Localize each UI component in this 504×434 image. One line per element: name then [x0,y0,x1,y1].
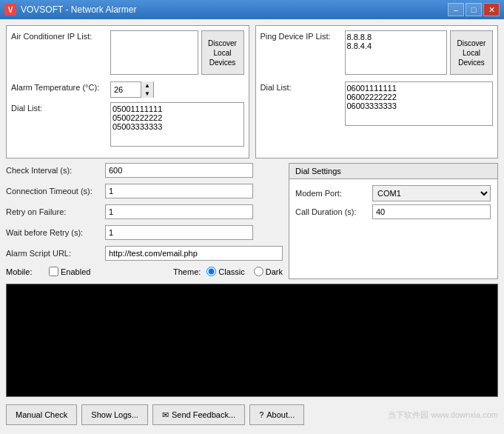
theme-section: Theme: Classic Dark [173,267,283,276]
wait-retry-label: Wait before Retry (s): [6,228,102,237]
left-dial-row: Dial List: 05001111111 05002222222 05003… [11,102,244,149]
title-bar: V VOVSOFT - Network Alarmer – □ ✕ [0,0,504,19]
dial-settings-panel: Dial Settings Modem Port: COM1 COM2 COM3… [289,163,498,279]
check-interval-label: Check Interval (s): [6,166,102,175]
alarm-script-row: Alarm Script URL: [6,246,283,261]
dial-settings-tab-label: Dial Settings [295,167,341,176]
conn-timeout-row: Connection Timeout (s): [6,184,283,198]
title-controls: – □ ✕ [448,3,500,16]
check-interval-input[interactable] [105,163,253,178]
theme-classic-label[interactable]: Classic [206,267,244,276]
theme-dark-label[interactable]: Dark [254,267,283,276]
about-button[interactable]: ? About... [249,404,304,425]
right-dial-label: Dial List: [261,81,342,92]
right-dial-input[interactable]: 06001111111 06002222222 06003333333 [345,81,494,126]
temp-spinner: ▲ ▼ [110,81,154,98]
dial-settings-body: Modem Port: COM1 COM2 COM3 COM4 Call Dur… [289,179,497,228]
manual-check-button[interactable]: Manual Check [6,404,77,425]
app-icon: V [4,4,16,16]
manual-check-label: Manual Check [16,410,67,419]
ip-list-label: Air Conditioner IP List: [11,30,107,41]
ip-list-wrap [110,30,198,77]
theme-classic-text: Classic [218,267,244,276]
theme-dark-radio[interactable] [254,267,263,276]
temp-label: Alarm Temperature (°C): [11,81,107,92]
modem-port-row: Modem Port: COM1 COM2 COM3 COM4 [295,185,491,201]
temp-spinner-btns: ▲ ▼ [141,81,153,98]
call-duration-row: Call Duration (s): [295,204,491,219]
show-logs-label: Show Logs... [91,410,138,419]
theme-label: Theme: [173,267,201,276]
ping-ip-wrap: 8.8.8.8 8.8.4.4 [345,30,448,77]
close-button[interactable]: ✕ [483,3,500,16]
right-panel: Ping Device IP List: 8.8.8.8 8.8.4.4 Dis… [255,25,499,158]
theme-radio-group: Classic Dark [206,267,283,276]
left-dial-label: Dial List: [11,102,107,113]
right-dial-wrap: 06001111111 06002222222 06003333333 [345,81,494,128]
show-logs-button[interactable]: Show Logs... [81,404,148,425]
enabled-checkbox-label[interactable]: Enabled [49,267,90,276]
call-duration-label: Call Duration (s): [295,207,369,216]
ping-ip-label: Ping Device IP List: [261,30,342,41]
retry-row: Retry on Failure: [6,204,283,219]
ping-ip-input[interactable]: 8.8.8.8 8.8.4.4 [345,30,448,75]
left-dial-input[interactable]: 05001111111 05002222222 05003333333 [110,102,244,147]
main-content: Air Conditioner IP List: DiscoverLocalDe… [0,19,504,434]
right-dial-row: Dial List: 06001111111 06002222222 06003… [261,81,494,128]
retry-input[interactable] [105,204,253,219]
conn-timeout-label: Connection Timeout (s): [6,187,102,196]
retry-label: Retry on Failure: [6,207,102,216]
temp-input[interactable] [111,82,141,97]
modem-port-select[interactable]: COM1 COM2 COM3 COM4 [372,185,491,201]
middle-section: Check Interval (s): Connection Timeout (… [6,163,498,279]
enabled-checkbox[interactable] [49,267,58,276]
temp-down-button[interactable]: ▼ [141,90,153,98]
maximize-button[interactable]: □ [466,3,482,16]
temp-up-button[interactable]: ▲ [141,81,153,90]
top-section: Air Conditioner IP List: DiscoverLocalDe… [6,25,498,158]
left-panel: Air Conditioner IP List: DiscoverLocalDe… [6,25,249,158]
send-feedback-button[interactable]: ✉ Send Feedback... [152,404,245,425]
theme-classic-radio[interactable] [206,267,216,276]
dial-settings-tab[interactable]: Dial Settings [289,164,497,179]
ip-list-row: Air Conditioner IP List: DiscoverLocalDe… [11,30,244,77]
ac-ip-list-input[interactable] [110,30,198,75]
window-title: VOVSOFT - Network Alarmer [21,4,136,15]
alarm-script-label: Alarm Script URL: [6,249,102,258]
mobile-label: Mobile: [6,267,43,276]
call-duration-input[interactable] [372,204,491,219]
about-label: About... [266,410,295,419]
wait-retry-row: Wait before Retry (s): [6,225,283,240]
ping-ip-row: Ping Device IP List: 8.8.8.8 8.8.4.4 Dis… [261,30,494,77]
settings-left: Check Interval (s): Connection Timeout (… [6,163,283,279]
check-interval-row: Check Interval (s): [6,163,283,178]
ping-discover-button[interactable]: DiscoverLocalDevices [450,30,493,75]
feedback-icon: ✉ [162,410,169,420]
conn-timeout-input[interactable] [105,184,253,198]
send-feedback-label: Send Feedback... [172,410,235,419]
about-icon: ? [259,410,263,419]
minimize-button[interactable]: – [448,3,464,16]
modem-port-label: Modem Port: [295,189,369,198]
wait-retry-input[interactable] [105,225,253,240]
bottom-bar: Manual Check Show Logs... ✉ Send Feedbac… [6,401,498,428]
theme-dark-text: Dark [266,267,283,276]
ac-discover-button[interactable]: DiscoverLocalDevices [201,30,244,75]
enabled-label: Enabled [61,267,90,276]
mobile-theme-row: Mobile: Enabled Theme: Classic [6,267,283,276]
left-dial-wrap: 05001111111 05002222222 05003333333 [110,102,244,149]
watermark: 当下软件园 www.downxia.com [388,410,498,421]
mobile-row: Mobile: Enabled [6,267,90,276]
temp-row: Alarm Temperature (°C): ▲ ▼ [11,81,244,98]
log-area [6,284,498,397]
alarm-script-input[interactable] [105,246,283,261]
